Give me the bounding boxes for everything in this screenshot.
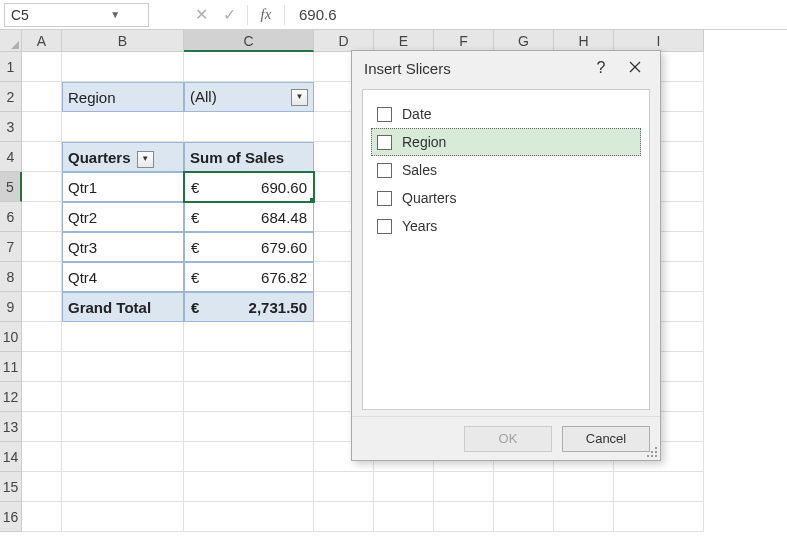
insert-function-icon[interactable]: fx (252, 3, 280, 27)
column-header[interactable]: C (184, 30, 314, 52)
formula-input[interactable]: 690.6 (289, 6, 787, 23)
select-all-corner[interactable] (0, 30, 22, 52)
column-header[interactable]: F (434, 30, 494, 52)
slicer-field-item[interactable]: Date (371, 100, 641, 128)
row-header[interactable]: 13 (0, 412, 22, 442)
empty-cell[interactable] (184, 52, 314, 82)
empty-cell[interactable] (22, 172, 62, 202)
pivot-row-header[interactable]: Quarters ▼ (62, 142, 184, 172)
slicer-field-item[interactable]: Sales (371, 156, 641, 184)
empty-cell[interactable] (494, 472, 554, 502)
column-header[interactable]: H (554, 30, 614, 52)
row-header[interactable]: 14 (0, 442, 22, 472)
checkbox-icon[interactable] (377, 191, 392, 206)
empty-cell[interactable] (184, 412, 314, 442)
row-header[interactable]: 4 (0, 142, 22, 172)
slicer-field-item[interactable]: Region (371, 128, 641, 156)
dialog-help-button[interactable]: ? (584, 59, 618, 77)
empty-cell[interactable] (614, 502, 704, 532)
column-header[interactable]: D (314, 30, 374, 52)
empty-cell[interactable] (184, 352, 314, 382)
row-dropdown-icon[interactable]: ▼ (137, 151, 154, 168)
empty-cell[interactable] (22, 82, 62, 112)
empty-cell[interactable] (62, 352, 184, 382)
empty-cell[interactable] (62, 112, 184, 142)
empty-cell[interactable] (22, 52, 62, 82)
checkbox-icon[interactable] (377, 107, 392, 122)
empty-cell[interactable] (374, 502, 434, 532)
empty-cell[interactable] (22, 292, 62, 322)
cancel-button[interactable]: Cancel (562, 426, 650, 452)
empty-cell[interactable] (434, 502, 494, 532)
empty-cell[interactable] (434, 472, 494, 502)
empty-cell[interactable] (22, 412, 62, 442)
slicer-field-item[interactable]: Years (371, 212, 641, 240)
row-header[interactable]: 6 (0, 202, 22, 232)
empty-cell[interactable] (22, 142, 62, 172)
name-box-dropdown-icon[interactable]: ▼ (77, 9, 149, 20)
ok-button[interactable]: OK (464, 426, 552, 452)
empty-cell[interactable] (184, 382, 314, 412)
empty-cell[interactable] (184, 442, 314, 472)
empty-cell[interactable] (554, 502, 614, 532)
row-header[interactable]: 2 (0, 82, 22, 112)
empty-cell[interactable] (62, 442, 184, 472)
slicer-field-item[interactable]: Quarters (371, 184, 641, 212)
empty-cell[interactable] (314, 472, 374, 502)
column-header[interactable]: E (374, 30, 434, 52)
pivot-row-label[interactable]: Qtr2 (62, 202, 184, 232)
filter-dropdown-icon[interactable]: ▼ (291, 89, 308, 106)
empty-cell[interactable] (22, 502, 62, 532)
empty-cell[interactable] (22, 322, 62, 352)
empty-cell[interactable] (184, 502, 314, 532)
empty-cell[interactable] (22, 232, 62, 262)
pivot-row-value[interactable]: €684.48 (184, 202, 314, 232)
pivot-filter-value[interactable]: (All)▼ (184, 82, 314, 112)
row-header[interactable]: 15 (0, 472, 22, 502)
empty-cell[interactable] (554, 472, 614, 502)
row-header[interactable]: 7 (0, 232, 22, 262)
empty-cell[interactable] (62, 412, 184, 442)
empty-cell[interactable] (22, 352, 62, 382)
empty-cell[interactable] (22, 442, 62, 472)
resize-grip-icon[interactable] (646, 446, 658, 458)
row-header[interactable]: 16 (0, 502, 22, 532)
empty-cell[interactable] (184, 322, 314, 352)
empty-cell[interactable] (62, 502, 184, 532)
empty-cell[interactable] (62, 382, 184, 412)
pivot-row-label[interactable]: Qtr1 (62, 172, 184, 202)
empty-cell[interactable] (22, 202, 62, 232)
empty-cell[interactable] (22, 262, 62, 292)
row-header[interactable]: 1 (0, 52, 22, 82)
empty-cell[interactable] (494, 502, 554, 532)
column-header[interactable]: A (22, 30, 62, 52)
row-header[interactable]: 11 (0, 352, 22, 382)
row-header[interactable]: 5 (0, 172, 22, 202)
row-header[interactable]: 3 (0, 112, 22, 142)
empty-cell[interactable] (62, 52, 184, 82)
dialog-titlebar[interactable]: Insert Slicers ? (352, 51, 660, 85)
checkbox-icon[interactable] (377, 135, 392, 150)
column-header[interactable]: G (494, 30, 554, 52)
name-box[interactable]: C5 ▼ (4, 3, 149, 27)
empty-cell[interactable] (62, 472, 184, 502)
column-header[interactable]: B (62, 30, 184, 52)
row-header[interactable]: 12 (0, 382, 22, 412)
pivot-row-value[interactable]: €690.60 (184, 172, 314, 202)
empty-cell[interactable] (22, 472, 62, 502)
empty-cell[interactable] (22, 112, 62, 142)
empty-cell[interactable] (62, 322, 184, 352)
checkbox-icon[interactable] (377, 219, 392, 234)
empty-cell[interactable] (22, 382, 62, 412)
pivot-row-value[interactable]: €676.82 (184, 262, 314, 292)
row-header[interactable]: 9 (0, 292, 22, 322)
column-header[interactable]: I (614, 30, 704, 52)
empty-cell[interactable] (314, 502, 374, 532)
pivot-row-label[interactable]: Qtr4 (62, 262, 184, 292)
checkbox-icon[interactable] (377, 163, 392, 178)
row-header[interactable]: 8 (0, 262, 22, 292)
pivot-row-label[interactable]: Qtr3 (62, 232, 184, 262)
empty-cell[interactable] (614, 472, 704, 502)
row-header[interactable]: 10 (0, 322, 22, 352)
empty-cell[interactable] (184, 472, 314, 502)
